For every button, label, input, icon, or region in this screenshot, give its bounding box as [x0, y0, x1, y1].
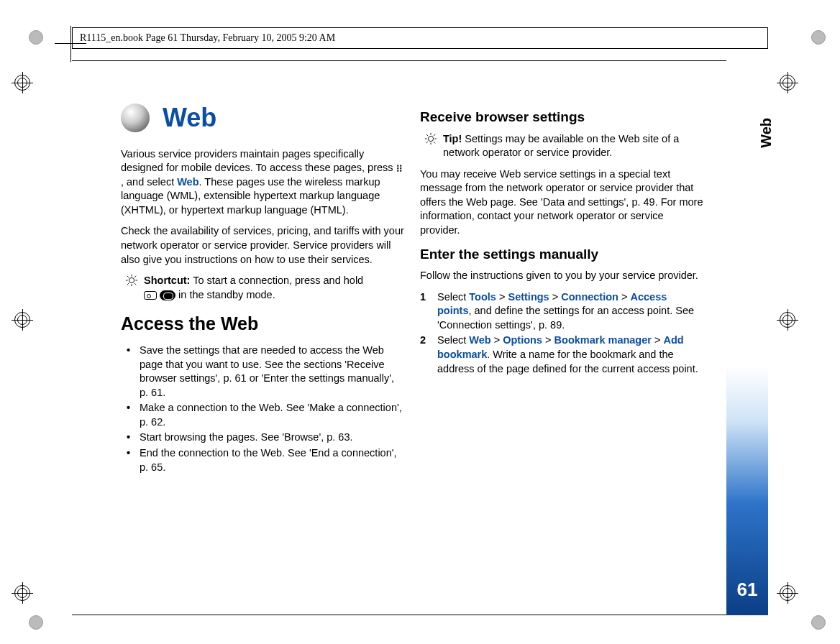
svg-line-5 — [127, 276, 129, 277]
trim-line — [72, 615, 768, 615]
svg-line-16 — [426, 142, 428, 143]
shortcut-label: Shortcut: — [144, 275, 190, 286]
page-title: Web — [163, 101, 216, 136]
call-key-icon — [160, 290, 175, 300]
globe-icon — [121, 104, 150, 132]
trim-line — [72, 60, 768, 61]
svg-line-8 — [134, 276, 136, 277]
list-item: 1 Select Tools > Settings > Connection >… — [420, 290, 703, 333]
tip-icon — [125, 274, 138, 287]
receive-settings-text: You may receive Web service settings in … — [420, 167, 703, 238]
registration-mark — [777, 309, 798, 331]
page-number: 61 — [726, 579, 768, 601]
list-item: 2 Select Web > Options > Bookmark manage… — [420, 334, 703, 376]
svg-line-17 — [434, 134, 435, 135]
column-right: Receive browser settings Tip! Settings m… — [420, 101, 703, 586]
svg-point-0 — [129, 278, 134, 283]
link-options: Options — [503, 334, 542, 346]
heading-enter-manually: Enter the settings manually — [420, 245, 703, 264]
list-item: Make a connection to the Web. See 'Make … — [127, 401, 404, 429]
corner-dot — [811, 615, 826, 630]
tip-block: Tip! Settings may be available on the We… — [420, 132, 703, 160]
heading-receive-settings: Receive browser settings — [420, 108, 703, 126]
intro-paragraph-1: Various service providers maintain pages… — [121, 147, 404, 218]
svg-line-15 — [434, 142, 435, 143]
svg-line-14 — [426, 134, 428, 135]
list-item: End the connection to the Web. See 'End … — [127, 446, 404, 474]
page-content: Web Various service providers maintain p… — [121, 101, 703, 586]
link-connection: Connection — [561, 291, 618, 303]
enter-manually-intro: Follow the instructions given to you by … — [420, 269, 703, 283]
registration-mark — [777, 72, 798, 93]
corner-dot — [811, 30, 826, 45]
tab-label: Web — [758, 118, 775, 148]
intro-paragraph-2: Check the availability of services, pric… — [121, 224, 404, 267]
side-tab: Web 61 — [726, 60, 768, 615]
link-web: Web — [469, 334, 490, 346]
header-text: R1115_en.book Page 61 Thursday, February… — [80, 32, 335, 43]
column-left: Web Various service providers maintain p… — [121, 101, 404, 586]
registration-mark — [12, 309, 33, 331]
corner-dot — [29, 615, 43, 630]
svg-line-7 — [127, 283, 129, 285]
link-web: Web — [177, 176, 198, 188]
tip-label: Tip! — [443, 133, 462, 144]
shortcut-block: Shortcut: To start a connection, press a… — [121, 274, 404, 302]
crop-line — [70, 26, 71, 62]
svg-line-6 — [134, 283, 136, 285]
list-item: Save the settings that are needed to acc… — [127, 344, 404, 400]
svg-point-9 — [428, 136, 433, 141]
zero-key-icon — [144, 291, 157, 300]
heading-access-web: Access the Web — [121, 312, 404, 336]
document-header: R1115_en.book Page 61 Thursday, February… — [72, 27, 768, 49]
menu-key-icon: ⁝⁝ — [396, 162, 402, 175]
registration-mark — [12, 582, 33, 604]
registration-mark — [777, 582, 798, 604]
manual-steps-list: 1 Select Tools > Settings > Connection >… — [420, 290, 703, 376]
link-bookmark-manager: Bookmark manager — [554, 334, 652, 346]
registration-mark — [12, 72, 33, 93]
access-web-list: Save the settings that are needed to acc… — [121, 344, 404, 474]
list-item: Start browsing the pages. See 'Browse', … — [127, 431, 404, 445]
link-tools: Tools — [469, 291, 496, 303]
link-settings: Settings — [508, 291, 549, 303]
tip-icon — [424, 132, 437, 145]
corner-dot — [29, 30, 43, 45]
page-title-row: Web — [121, 101, 404, 136]
